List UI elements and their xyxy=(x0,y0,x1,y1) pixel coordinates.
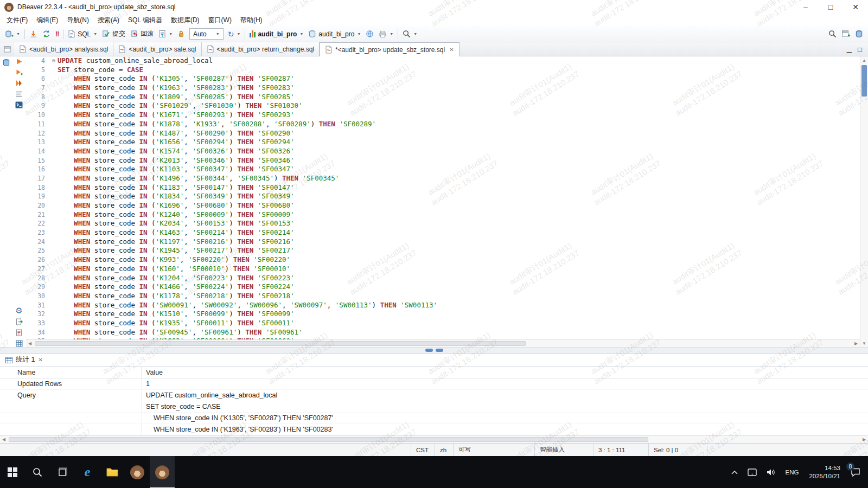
code-line[interactable]: 12 WHEN store_code IN ('K1487', 'SF00290… xyxy=(26,129,860,138)
maximize-view-icon[interactable]: ◻ xyxy=(857,46,863,53)
tab-close-icon[interactable]: ✕ xyxy=(449,47,454,53)
close-button[interactable]: ✕ xyxy=(843,0,868,14)
minimize-view-icon[interactable]: ▁ xyxy=(847,46,852,53)
restore-panel-button[interactable] xyxy=(0,42,14,56)
results-tab-label[interactable]: 统计 1 xyxy=(16,355,35,364)
results-hscrollbar[interactable]: ◀ ▶ xyxy=(0,435,868,443)
code-line[interactable]: 25 WHEN store_code IN ('K1945', 'SF00217… xyxy=(26,246,860,255)
code-line[interactable]: 15 WHEN store_code IN ('K2013', 'SF00346… xyxy=(26,156,860,165)
code-line[interactable]: 7 WHEN store_code IN ('K1963', 'SF00283'… xyxy=(26,84,860,93)
code-line[interactable]: 34 WHEN store_code IN ('SF00945', 'SF009… xyxy=(26,328,860,337)
sash-handle-icon[interactable] xyxy=(436,349,443,352)
code-line[interactable]: 28 WHEN store_code IN ('K1204', 'SF00223… xyxy=(26,274,860,283)
scroll-up-icon[interactable]: ▲ xyxy=(860,56,868,64)
code-line[interactable]: 24 WHEN store_code IN ('K1197', 'SF00216… xyxy=(26,237,860,247)
code-line[interactable]: 21 WHEN store_code IN ('K1240', 'SF00009… xyxy=(26,210,860,220)
menu-item[interactable]: 窗口(W) xyxy=(204,15,236,26)
code-line[interactable]: 22 WHEN store_code IN ('K2034', 'SF00153… xyxy=(26,219,860,228)
editor-tab[interactable]: *<audit_bi_pro> update_sbz_store.sql✕ xyxy=(320,42,459,56)
file-explorer-button[interactable] xyxy=(100,456,125,488)
results-row[interactable]: SET store_code = CASE xyxy=(0,401,868,413)
quick-search-button[interactable] xyxy=(826,28,839,41)
editor-tab[interactable]: <audit_bi_pro> return_change.sql xyxy=(202,42,320,56)
fold-marker-icon[interactable]: ⊖ xyxy=(50,56,58,66)
code-line[interactable]: 18 WHEN store_code IN ('K1183', 'SF00147… xyxy=(26,183,860,192)
transaction-log-button[interactable]: T ▼ xyxy=(156,28,175,41)
network-profile-button[interactable] xyxy=(363,28,376,41)
print-button[interactable]: ▼ xyxy=(376,28,395,41)
minimize-button[interactable]: – xyxy=(793,0,818,14)
sash-handle-icon[interactable] xyxy=(425,349,433,352)
code-line[interactable]: 31 WHEN store_code IN ('SW00091', 'SW000… xyxy=(26,301,860,310)
code-line[interactable]: 13 WHEN store_code IN ('K1656', 'SF00294… xyxy=(26,138,860,147)
menu-item[interactable]: 导航(N) xyxy=(62,15,93,26)
menu-item[interactable]: 数据库(D) xyxy=(167,15,204,26)
tray-expand-button[interactable] xyxy=(726,456,743,488)
code-line[interactable]: 26 WHEN store_code IN ('K993', 'SF00220'… xyxy=(26,255,860,265)
scroll-down-icon[interactable]: ▼ xyxy=(860,339,868,347)
editor-hscrollbar[interactable]: ◀ ▶ xyxy=(26,339,860,347)
commit-mode-select[interactable]: Auto ▼ xyxy=(189,28,224,40)
explain-plan-icon[interactable] xyxy=(16,91,23,98)
edge-browser-button[interactable]: e xyxy=(75,456,100,488)
database-navigator-icon[interactable] xyxy=(2,59,10,67)
execute-script-icon[interactable] xyxy=(16,80,23,87)
taskbar-search-button[interactable] xyxy=(25,456,50,488)
transaction-history-button[interactable]: ↻ ▼ xyxy=(226,28,243,41)
code-line[interactable]: 32 WHEN store_code IN ('K1510', 'SF00099… xyxy=(26,310,860,319)
database-perspective-button[interactable] xyxy=(853,28,865,41)
scroll-left-icon[interactable]: ◀ xyxy=(26,341,34,346)
results-row[interactable]: Updated Rows1 xyxy=(0,378,868,390)
vscroll-thumb[interactable] xyxy=(861,65,867,97)
save-report-icon[interactable] xyxy=(16,329,23,336)
rollback-button[interactable]: 回滚 xyxy=(128,28,156,41)
validate-button[interactable]: ‼ xyxy=(53,28,61,41)
code-line[interactable]: 23 WHEN store_code IN ('K1463', 'SF00214… xyxy=(26,228,860,237)
dbeaver-app-button-active[interactable] xyxy=(150,456,175,488)
code-line[interactable]: 16 WHEN store_code IN ('K1103', 'SF00347… xyxy=(26,165,860,174)
action-center-button[interactable]: 8 xyxy=(846,456,868,488)
results-row[interactable]: QueryUPDATE custom_online_sale_abroad_lo… xyxy=(0,390,868,401)
code-lines[interactable]: 4⊖UPDATE custom_online_sale_abroad_local… xyxy=(26,56,860,339)
dbeaver-app-button[interactable] xyxy=(125,456,150,488)
menu-item[interactable]: SQL 编辑器 xyxy=(124,15,167,26)
close-results-tab-icon[interactable]: ✕ xyxy=(38,357,42,363)
sql-editor-button[interactable]: SQL ▼ xyxy=(66,28,99,41)
connection-select[interactable]: audit_bi_pro ▼ xyxy=(247,28,305,41)
taskbar-clock[interactable]: 14:53 2025/10/21 xyxy=(803,464,846,480)
settings-gear-icon[interactable]: ⚙ xyxy=(15,307,22,314)
export-result-icon[interactable] xyxy=(16,318,23,325)
execute-statement-icon[interactable] xyxy=(16,58,23,65)
start-button[interactable] xyxy=(0,456,25,488)
input-language-indicator[interactable]: ENG xyxy=(781,469,804,476)
code-line[interactable]: 30 WHEN store_code IN ('K1178', 'SF00218… xyxy=(26,292,860,301)
code-line[interactable]: 10 WHEN store_code IN ('K1671', 'SF00293… xyxy=(26,111,860,120)
hscroll-track[interactable] xyxy=(8,436,860,443)
tablet-mode-button[interactable] xyxy=(743,456,762,488)
results-row[interactable]: WHEN store_code IN ('K1963', 'SF00283') … xyxy=(0,424,868,435)
code-line[interactable]: 33 WHEN store_code IN ('K1935', 'SF00011… xyxy=(26,319,860,328)
search-menu-button[interactable]: ▼ xyxy=(400,28,419,41)
scroll-right-icon[interactable]: ▶ xyxy=(860,437,868,442)
task-view-button[interactable] xyxy=(50,456,75,488)
sql-console-icon[interactable] xyxy=(15,101,23,108)
code-line[interactable]: 14 WHEN store_code IN ('K1574', 'SF00326… xyxy=(26,147,860,156)
code-line[interactable]: 9 WHEN store_code IN ('SF01029', 'SF0103… xyxy=(26,101,860,111)
menu-item[interactable]: 帮助(H) xyxy=(236,15,267,26)
open-perspective-button[interactable] xyxy=(839,28,852,41)
scroll-right-icon[interactable]: ▶ xyxy=(852,341,860,346)
volume-button[interactable] xyxy=(762,456,781,488)
hscroll-thumb[interactable] xyxy=(35,341,526,346)
code-line[interactable]: 11 WHEN store_code IN ('K1878', 'K1933',… xyxy=(26,120,860,129)
code-line[interactable]: 4⊖UPDATE custom_online_sale_abroad_local xyxy=(26,56,860,66)
grid-export-icon[interactable] xyxy=(16,340,23,347)
sync-data-button[interactable] xyxy=(40,28,53,41)
results-row[interactable]: WHEN store_code IN ('K1305', 'SF00287') … xyxy=(0,413,868,424)
execute-new-tab-icon[interactable] xyxy=(16,69,23,76)
column-header-value[interactable]: Value xyxy=(141,367,868,378)
maximize-button[interactable]: □ xyxy=(818,0,843,14)
editor-results-splitter[interactable] xyxy=(0,347,868,354)
editor-tab[interactable]: <audit_bi_pro> analysis.sql xyxy=(14,42,113,56)
code-line[interactable]: 27 WHEN store_code IN ('K160', 'SF00010'… xyxy=(26,265,860,274)
fetch-data-button[interactable] xyxy=(27,28,40,41)
